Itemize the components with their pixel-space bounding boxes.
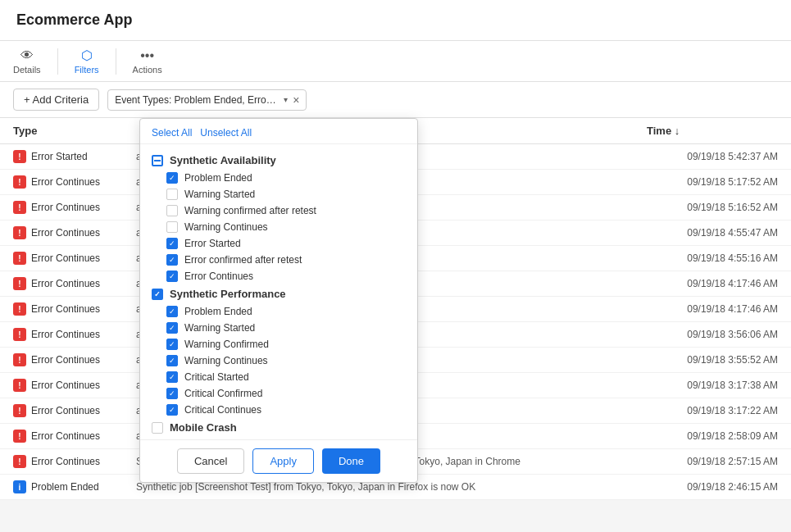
done-button[interactable]: Done [322,448,380,474]
error-badge-icon: ! [13,150,26,163]
dropdown-item[interactable]: ✓ Warning Confirmed [140,336,417,352]
app-header: Ecommerce App [0,0,791,41]
item-checkbox[interactable]: ✓ [166,322,178,334]
dropdown-footer: Cancel Apply Done [140,439,417,482]
item-checkbox[interactable]: ✓ [166,254,178,266]
group-checkbox-mobile-crash[interactable] [152,422,163,434]
dropdown-item[interactable]: ✓ Critical Started [140,369,417,385]
dropdown-item[interactable]: ✓ Error Continues [140,268,417,284]
filter-chip[interactable]: Event Types: Problem Ended, Error Starte… [107,89,307,111]
group-checkbox-synthetic-availability[interactable] [152,155,163,166]
toolbar-item-actions[interactable]: ••• Actions [133,48,162,75]
group-label-synthetic-performance: Synthetic Performance [170,288,286,300]
time-cell: 09/19/18 2:46:15 AM [647,481,778,493]
dropdown-item[interactable]: Warning Continues [140,219,417,235]
toolbar: 👁 Details ⬡ Filters ••• Actions [0,41,791,82]
error-badge-icon: ! [13,328,26,341]
type-cell: ! Error Continues [13,430,128,443]
add-criteria-button[interactable]: + Add Criteria [13,89,99,111]
error-badge-icon: ! [13,302,26,316]
desc-cell: Synthetic job [Screenshot Test] from Tok… [128,481,647,493]
unselect-all-link[interactable]: Unselect All [200,127,252,139]
time-cell: 09/19/18 4:17:46 AM [647,278,778,289]
item-checkbox[interactable]: ✓ [166,172,178,184]
item-checkbox[interactable]: ✓ [166,271,178,282]
apply-button[interactable]: Apply [252,448,314,474]
error-badge-icon: ! [13,455,26,468]
type-label: Error Continues [31,329,100,340]
error-badge-icon: ! [13,252,26,265]
time-cell: 09/19/18 3:17:38 AM [647,380,778,391]
item-checkbox[interactable]: ✓ [166,238,178,249]
item-checkbox[interactable] [166,221,178,233]
dropdown-item[interactable]: ✓ Warning Started [140,320,417,336]
type-cell: ! Error Continues [13,175,128,189]
dropdown-item[interactable]: Warning Started [140,186,417,202]
time-cell: 09/19/18 3:55:52 AM [647,354,778,366]
time-cell: 09/19/18 4:55:47 AM [647,227,778,239]
toolbar-label-details: Details [13,65,41,75]
col-type: Type [13,125,128,137]
time-cell: 09/19/18 5:16:52 AM [647,202,778,213]
dropdown-item[interactable]: ✓ Critical Continues [140,402,417,418]
type-label: Error Continues [31,176,100,188]
type-cell: ! Error Continues [13,379,128,392]
type-label: Error Continues [31,380,100,391]
dropdown-item[interactable]: ✓ Warning Continues [140,352,417,369]
dropdown-item[interactable]: Warning confirmed after retest [140,202,417,219]
dropdown-header: Select All Unselect All [140,119,417,144]
time-cell: 09/19/18 4:55:16 AM [647,252,778,264]
error-badge-icon: ! [13,175,26,189]
error-badge-icon: ! [13,353,26,366]
item-label: Warning Continues [184,355,268,366]
type-cell: ! Error Continues [13,201,128,214]
type-label: Problem Ended [31,481,99,493]
toolbar-item-details[interactable]: 👁 Details [13,48,41,75]
item-checkbox[interactable] [166,205,178,216]
filter-chip-close-icon[interactable]: × [293,93,299,107]
add-criteria-label: + Add Criteria [24,93,89,106]
select-all-link[interactable]: Select All [152,127,192,139]
group-checkbox-synthetic-performance[interactable]: ✓ [152,289,163,300]
toolbar-separator-2 [116,48,116,75]
type-cell: ! Error Continues [13,226,128,239]
item-label: Problem Ended [184,306,252,317]
time-cell: 09/19/18 3:56:06 AM [647,329,778,340]
time-cell: 09/19/18 2:57:15 AM [647,456,778,467]
group-header-synthetic-availability[interactable]: Synthetic Availability [140,151,417,170]
type-cell: ! Error Continues [13,353,128,366]
dropdown-item[interactable]: ✓ Problem Ended [140,303,417,320]
filter-icon: ⬡ [81,48,93,63]
item-checkbox[interactable]: ✓ [166,371,178,383]
item-checkbox[interactable]: ✓ [166,388,178,399]
filter-chip-text: Event Types: Problem Ended, Error Starte… [115,94,279,106]
dropdown-item[interactable]: ✓ Error confirmed after retest [140,252,417,268]
error-badge-icon: ! [13,226,26,239]
time-cell: 09/19/18 5:17:52 AM [647,176,778,188]
group-header-mobile-crash[interactable]: Mobile Crash [140,418,417,437]
col-time[interactable]: Time ↓ [647,125,778,137]
item-label: Warning Started [184,322,255,334]
group-header-synthetic-performance[interactable]: ✓Synthetic Performance [140,284,417,303]
app-title: Ecommerce App [16,11,132,28]
item-checkbox[interactable]: ✓ [166,306,178,317]
item-checkbox[interactable]: ✓ [166,339,178,350]
item-label: Error Started [184,238,241,249]
type-cell: ! Error Continues [13,404,128,417]
info-badge-icon: i [13,480,26,493]
dropdown-item[interactable]: ✓ Critical Confirmed [140,385,417,402]
item-checkbox[interactable] [166,189,178,200]
dropdown-item[interactable]: ✓ Problem Ended [140,170,417,186]
dropdown-item[interactable]: ✓ Error Started [140,235,417,252]
item-label: Critical Continues [184,404,261,416]
type-label: Error Continues [31,202,100,213]
toolbar-item-filters[interactable]: ⬡ Filters [75,48,99,75]
toolbar-label-filters: Filters [75,65,99,75]
item-checkbox[interactable]: ✓ [166,404,178,416]
error-badge-icon: ! [13,201,26,214]
item-checkbox[interactable]: ✓ [166,355,178,366]
cancel-button[interactable]: Cancel [177,448,244,474]
time-cell: 09/19/18 3:17:22 AM [647,405,778,416]
toolbar-label-actions: Actions [133,65,162,75]
error-badge-icon: ! [13,404,26,417]
